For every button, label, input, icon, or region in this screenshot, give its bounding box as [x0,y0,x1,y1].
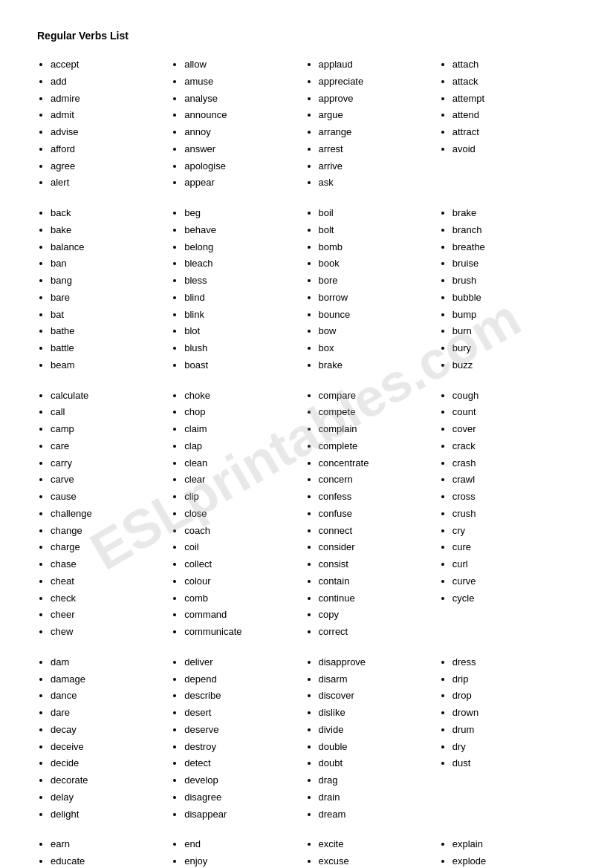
list-item: bump [452,307,565,324]
list-item: curl [452,556,565,573]
list-item: bathe [51,323,163,340]
list-item: agree [51,158,163,175]
list-item: drag [319,772,432,789]
column-a-1: allowamuseanalyseannounceannoyanswerapol… [171,56,305,192]
section-b: backbakebalancebanbangbarebatbathebattle… [37,205,573,374]
list-item: cheat [51,573,163,590]
list-item: earn [51,836,163,853]
list-item: attend [452,107,565,124]
list-item: excuse [319,853,432,868]
list-item: drown [452,705,565,722]
list-item: change [51,523,163,540]
column-d-3: dressdripdropdrowndrumdrydust [439,654,573,823]
section-a: acceptaddadmireadmitadviseaffordagreeale… [37,56,573,192]
list-item: admire [51,91,163,108]
list-item: disagree [184,789,297,806]
list-item: confess [319,489,432,506]
section-c: calculatecallcampcarecarrycarvecausechal… [37,388,573,641]
list-item: bleach [184,255,297,273]
list-item: drain [319,789,432,806]
list-item: command [184,607,297,624]
list-item: cover [452,421,565,438]
list-item: delight [51,806,163,823]
list-item: excite [319,836,432,853]
list-item: compare [319,388,432,405]
list-item: behave [184,222,297,239]
list-item: discover [319,688,432,705]
list-item: dream [319,806,432,823]
list-item: coil [184,539,297,556]
list-item: clip [184,489,297,506]
list-item: deceive [51,739,163,756]
list-item: back [51,205,163,222]
list-item: brake [319,357,432,374]
list-item: crush [452,506,565,523]
list-item: concentrate [319,455,432,472]
section-e: earneducateembarrassemployemptyencourage… [37,836,573,868]
page-title: Regular Verbs List [37,30,573,42]
content-area: acceptaddadmireadmitadviseaffordagreeale… [37,56,573,868]
list-item: bubble [452,290,565,307]
list-item: collect [184,556,297,573]
column-b-1: begbehavebelongbleachblessblindblinkblot… [171,205,305,374]
list-item: check [51,590,163,607]
list-item: charge [51,539,163,556]
list-item: carve [51,471,163,489]
column-b-2: boilboltbombbookboreborrowbouncebowboxbr… [305,205,439,374]
list-item: double [319,739,432,756]
list-item: delay [51,789,163,806]
list-item: cycle [452,590,565,607]
list-item: bounce [319,307,432,324]
list-item: amuse [184,74,297,91]
list-item: continue [319,590,432,607]
column-a-0: acceptaddadmireadmitadviseaffordagreeale… [37,56,171,192]
list-item: confuse [319,506,432,523]
list-item: blush [184,340,297,357]
list-item: answer [184,141,297,158]
list-item: decide [51,755,163,772]
list-item: dislike [319,705,432,722]
list-item: depend [184,671,297,688]
column-e-0: earneducateembarrassemployemptyencourage [37,836,171,868]
list-item: destroy [184,739,297,756]
list-item: admit [51,107,163,124]
list-item: appear [184,174,297,192]
list-item: cure [452,539,565,556]
list-item: copy [319,607,432,624]
list-item: calculate [51,388,163,405]
list-item: desert [184,705,297,722]
list-item: crawl [452,471,565,489]
list-item: attempt [452,91,565,108]
list-item: dance [51,688,163,705]
list-item: belong [184,239,297,256]
list-item: analyse [184,91,297,108]
column-c-1: chokechopclaimclapcleanclearclipclosecoa… [171,388,305,641]
list-item: close [184,506,297,523]
list-item: complete [319,438,432,455]
list-item: arrive [319,158,432,175]
list-item: bang [51,273,163,290]
list-item: dam [51,654,163,671]
list-item: borrow [319,290,432,307]
list-item: bow [319,323,432,340]
list-item: box [319,340,432,357]
list-item: colour [184,573,297,590]
column-c-3: coughcountcovercrackcrashcrawlcrosscrush… [439,388,573,641]
list-item: applaud [319,56,432,74]
column-b-0: backbakebalancebanbangbarebatbathebattle… [37,205,171,374]
list-item: drip [452,671,565,688]
list-item: call [51,404,163,421]
column-e-3: explainexplodeextend [439,836,573,868]
list-item: bury [452,340,565,357]
list-item: decay [51,722,163,739]
list-item: attack [452,74,565,91]
list-item: boast [184,357,297,374]
list-item: arrange [319,124,432,141]
list-item: communicate [184,624,297,641]
list-item: breathe [452,239,565,256]
column-d-2: disapprovedisarmdiscoverdislikedividedou… [305,654,439,823]
list-item: count [452,404,565,421]
list-item: decorate [51,772,163,789]
list-item: educate [51,853,163,868]
list-item: bless [184,273,297,290]
